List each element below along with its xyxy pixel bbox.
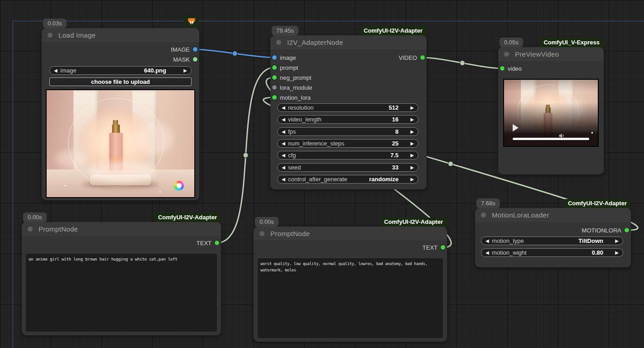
node-title: PromptNode <box>38 225 78 233</box>
widget-motion-wight[interactable]: motion_wight 0.80 <box>481 248 623 257</box>
input-row-motion-lora: motion_lora <box>272 92 314 102</box>
next-value-arrow-icon[interactable] <box>409 153 414 158</box>
node-prompt-left[interactable]: 0.00s ComfyUI-I2V-Adapter PromptNode TEX… <box>22 222 221 335</box>
widget-cfg[interactable]: cfg 7.5 <box>277 151 418 160</box>
widget-value: 33 <box>392 164 399 171</box>
prev-value-arrow-icon[interactable] <box>282 117 287 122</box>
collapse-dot[interactable] <box>260 231 264 236</box>
output-port-mask[interactable] <box>193 57 197 62</box>
video-player[interactable] <box>503 79 599 147</box>
collapse-dot[interactable] <box>48 33 53 38</box>
exec-time-badge: 79.45s <box>272 26 298 35</box>
play-button[interactable] <box>513 124 519 131</box>
widget-value: 25 <box>392 140 399 147</box>
node-motion-lora-loader[interactable]: 7.68s ComfyUI-I2V-Adapter MotionLoraLoad… <box>475 208 631 267</box>
node-titlebar[interactable]: PreViewVideo <box>498 47 604 61</box>
node-i2v-adapter[interactable]: 79.45s ComfyUI-I2V-Adapter I2V_AdapterNo… <box>270 35 427 189</box>
choose-file-button[interactable]: choose file to upload <box>49 77 192 86</box>
output-port-text[interactable] <box>441 245 445 250</box>
widget-video-length[interactable]: video_length 16 <box>277 115 418 124</box>
widget-fps[interactable]: fps 8 <box>277 127 418 136</box>
image-preview[interactable] <box>46 89 195 198</box>
widget-label: image <box>60 67 144 74</box>
next-value-arrow-icon[interactable] <box>409 141 414 146</box>
node-title: PreViewVideo <box>515 50 559 58</box>
prev-value-arrow-icon[interactable] <box>485 238 491 243</box>
widget-control-after-generate[interactable]: control_after_generate randomize <box>277 175 418 184</box>
node-load-image[interactable]: 0.03s Load Image IMAGE MASK image <box>42 28 199 200</box>
widget-value: 8 <box>395 128 399 135</box>
collapse-dot[interactable] <box>481 213 486 218</box>
node-titlebar[interactable]: PromptNode <box>22 222 221 236</box>
next-value-arrow-icon[interactable] <box>613 238 619 243</box>
node-titlebar[interactable]: MotionLoraLoader <box>475 208 631 222</box>
input-label: video <box>508 65 522 72</box>
video-vignette <box>504 80 598 146</box>
input-port-motion-lora[interactable] <box>272 95 277 100</box>
widget-motion-type[interactable]: motion_type TiltDown <box>481 237 623 245</box>
prev-value-arrow-icon[interactable] <box>485 250 491 255</box>
widget-num-inference-steps[interactable]: num_inference_steps 25 <box>277 139 418 148</box>
fox-icon <box>184 16 199 28</box>
exec-time-badge: 0.00s <box>23 213 47 222</box>
widget-value: 0.80 <box>592 249 603 256</box>
prev-value-arrow-icon[interactable] <box>282 141 287 146</box>
output-port-video[interactable] <box>420 55 425 60</box>
image-combo-widget[interactable]: image 640.png <box>49 66 192 75</box>
widget-resolution[interactable]: resolution 512 <box>277 103 418 112</box>
node-pack-badge: ComfyUI-I2V-Adapter <box>154 213 221 222</box>
exec-time-badge: 0.05s <box>500 38 523 47</box>
exec-time-badge: 0.03s <box>43 19 67 28</box>
input-port-prompt[interactable] <box>272 65 277 70</box>
mist <box>88 161 156 182</box>
next-value-arrow-icon[interactable] <box>409 117 414 122</box>
widget-value: TiltDown <box>578 237 603 244</box>
node-graph-canvas[interactable]: 0.03s Load Image IMAGE MASK image <box>0 0 644 348</box>
widget-value: 512 <box>389 104 399 111</box>
output-label: VIDEO <box>399 54 417 61</box>
input-label: lora_module <box>280 84 312 91</box>
next-value-arrow-icon[interactable] <box>409 129 414 134</box>
prev-value-arrow-icon[interactable] <box>282 153 287 158</box>
node-titlebar[interactable]: Load Image <box>42 28 199 42</box>
node-pack-badge: ComfyUI-I2V-Adapter <box>564 199 630 208</box>
collapse-dot[interactable] <box>504 52 509 57</box>
input-port-image[interactable] <box>272 55 277 60</box>
input-port-neg-prompt[interactable] <box>272 75 277 80</box>
output-port-motionlora[interactable] <box>625 228 629 232</box>
prev-value-arrow-icon[interactable] <box>54 68 59 73</box>
next-value-arrow-icon[interactable] <box>182 68 187 73</box>
input-row-image: image <box>272 53 299 63</box>
prompt-textarea[interactable]: an anime girl with long brown hair huggi… <box>26 254 217 332</box>
node-titlebar[interactable]: PromptNode <box>254 227 447 241</box>
output-port-image[interactable] <box>193 47 197 52</box>
input-port-video[interactable] <box>500 66 505 71</box>
widget-label: fps <box>288 128 395 135</box>
output-port-text[interactable] <box>215 241 219 245</box>
node-title: PromptNode <box>270 230 310 237</box>
prev-value-arrow-icon[interactable] <box>282 177 287 182</box>
widget-value: 16 <box>392 116 399 123</box>
collapse-dot[interactable] <box>276 40 281 45</box>
node-prompt-center[interactable]: 0.00s ComfyUI-I2V-Adapter PromptNode TEX… <box>254 227 447 342</box>
next-value-arrow-icon[interactable] <box>409 177 414 182</box>
neg-prompt-textarea[interactable]: worst quality, low quality, normal quali… <box>258 258 443 338</box>
next-value-arrow-icon[interactable] <box>613 250 619 255</box>
prev-value-arrow-icon[interactable] <box>282 129 287 134</box>
node-preview-video[interactable]: 0.05s ComfyUI_V-Express PreViewVideo vid… <box>498 47 604 174</box>
widget-seed[interactable]: seed 33 <box>277 163 418 172</box>
widget-label: seed <box>288 164 392 171</box>
output-label: TEXT <box>197 240 211 246</box>
video-progress-bar[interactable] <box>513 138 590 140</box>
color-wheel-icon[interactable] <box>174 181 184 191</box>
next-value-arrow-icon[interactable] <box>409 105 414 110</box>
node-titlebar[interactable]: I2V_AdapterNode <box>270 35 427 49</box>
input-port-lora-module[interactable] <box>272 85 277 90</box>
prev-value-arrow-icon[interactable] <box>282 165 287 170</box>
collapse-dot[interactable] <box>28 227 33 232</box>
prev-value-arrow-icon[interactable] <box>282 105 287 110</box>
next-value-arrow-icon[interactable] <box>409 165 414 170</box>
input-row-lora-module: lora_module <box>272 82 316 92</box>
output-row-mask: MASK <box>170 54 197 64</box>
input-label: prompt <box>280 64 298 71</box>
